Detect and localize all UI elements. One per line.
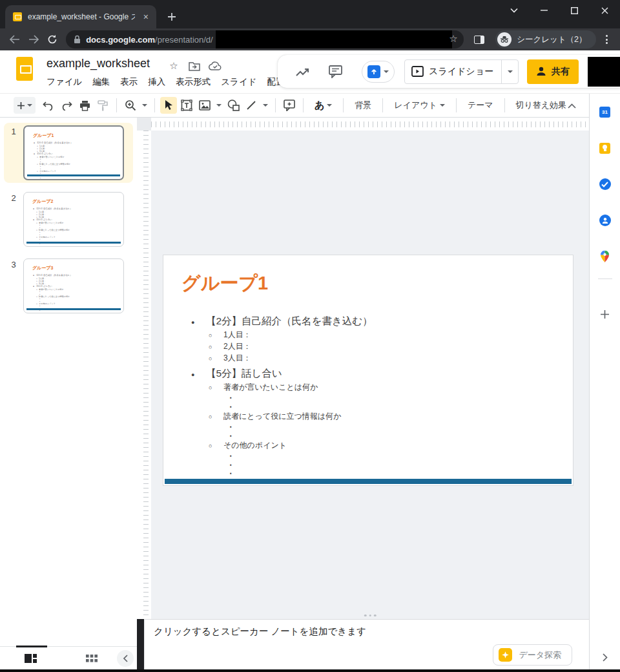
menu-edit[interactable]: 編集: [87, 74, 115, 90]
slideshow-button[interactable]: スライドショー: [404, 59, 519, 84]
slideshow-dropdown-caret[interactable]: [501, 60, 518, 83]
zoom-caret-icon[interactable]: [142, 104, 147, 107]
browser-tab[interactable]: example_worksheet - Google スラ ×: [5, 5, 156, 28]
window-minimize-button[interactable]: [529, 0, 559, 21]
cloud-saved-icon[interactable]: [208, 59, 222, 73]
tab-search-chevron-icon[interactable]: [499, 0, 529, 21]
bullet-text: 著者が言いたいことは何か: [39, 222, 64, 224]
maps-icon[interactable]: [599, 250, 612, 263]
zoom-button[interactable]: [122, 97, 139, 114]
speaker-notes-panel[interactable]: クリックするとスピーカー ノートを追加できます データ探索: [144, 619, 589, 669]
document-title[interactable]: example_worksheet: [46, 57, 150, 70]
new-slide-button[interactable]: [14, 97, 36, 114]
collapse-filmstrip-button[interactable]: [117, 650, 134, 667]
comments-icon[interactable]: [329, 64, 343, 79]
contacts-icon[interactable]: [599, 214, 612, 227]
tab-close-icon[interactable]: ×: [141, 11, 151, 23]
ime-label: あ: [315, 100, 324, 112]
paint-format-button[interactable]: [94, 97, 111, 114]
bullet-marker-icon: ○: [209, 330, 223, 341]
keep-icon[interactable]: [599, 142, 612, 154]
slide-thumbnail-2[interactable]: 2 グループ2 ●【2分】自己紹介（氏名を書き込む）○1人目：○2人目：○3人目…: [4, 189, 133, 249]
slide-title[interactable]: グループ1: [181, 271, 268, 297]
slide-thumbnail-3[interactable]: 3 グループ3 ●【2分】自己紹介（氏名を書き込む）○1人目：○2人目：○3人目…: [4, 256, 133, 316]
layout-button[interactable]: レイアウト: [388, 100, 451, 111]
line-caret-icon[interactable]: [263, 104, 268, 107]
plus-icon: [17, 101, 25, 110]
hide-side-panel-button[interactable]: [603, 653, 608, 662]
background-button[interactable]: 背景: [348, 100, 378, 111]
calendar-icon[interactable]: 31: [599, 105, 612, 118]
add-addon-button[interactable]: [599, 308, 612, 320]
menu-view[interactable]: 表示: [115, 74, 143, 90]
bullet-marker-icon: ▪: [230, 452, 238, 461]
slide-canvas[interactable]: グループ1 ●【2分】自己紹介（氏名を書き込む）○1人目：○2人目：○3人目：●…: [151, 131, 589, 619]
slide-body[interactable]: ●【2分】自己紹介（氏名を書き込む）○1人目：○2人目：○3人目：●【5分】話し…: [163, 312, 560, 478]
bullet-line-level-1: ●【5分】話し合い: [163, 366, 560, 382]
redo-button[interactable]: [58, 97, 75, 114]
notes-resize-handle[interactable]: [364, 614, 377, 617]
slide-thumbnail-1[interactable]: 1 グループ1 ●【2分】自己紹介（氏名を書き込む）○1人目：○2人目：○3人目…: [4, 123, 133, 183]
insert-comment-button[interactable]: [281, 97, 298, 114]
bookmark-star-icon[interactable]: ☆: [449, 33, 457, 45]
window-maximize-button[interactable]: [559, 0, 590, 21]
bullet-text: 【2分】自己紹介（氏名を書き込む）: [206, 314, 373, 328]
slide-accent-bar: [165, 479, 572, 484]
insert-line-button[interactable]: [243, 97, 260, 114]
image-caret-icon[interactable]: [216, 104, 222, 107]
thumbnail-accent-bar: [27, 174, 120, 176]
lock-icon: [74, 35, 81, 44]
insert-image-button[interactable]: [196, 97, 213, 114]
hide-menus-button[interactable]: [563, 98, 580, 114]
activity-trend-icon[interactable]: [296, 64, 310, 79]
bullet-text: 1人目：: [223, 330, 251, 341]
user-avatar[interactable]: [588, 57, 620, 87]
menu-format[interactable]: 表示形式: [170, 74, 216, 90]
input-tools-button[interactable]: あ: [308, 100, 338, 112]
filmstrip-view-button[interactable]: [25, 654, 37, 663]
url-host: docs.google.com: [86, 35, 155, 45]
back-button[interactable]: [5, 30, 24, 48]
share-label: 共有: [552, 66, 570, 78]
slide-page[interactable]: グループ1 ●【2分】自己紹介（氏名を書き込む）○1人目：○2人目：○3人目：●…: [163, 255, 574, 486]
star-document-icon[interactable]: ☆: [167, 59, 181, 73]
undo-button[interactable]: [40, 97, 57, 114]
speaker-notes-placeholder[interactable]: クリックするとスピーカー ノートを追加できます: [154, 625, 366, 638]
menu-slide[interactable]: スライド: [216, 74, 262, 90]
theme-button[interactable]: テーマ: [461, 100, 500, 111]
thumbnail-canvas[interactable]: グループ1 ●【2分】自己紹介（氏名を書き込む）○1人目：○2人目：○3人目：●…: [23, 125, 124, 180]
bullet-marker-icon: ▪: [230, 423, 238, 432]
move-to-folder-icon[interactable]: [187, 59, 202, 73]
print-button[interactable]: [76, 97, 93, 114]
reload-button[interactable]: [43, 30, 62, 48]
header-actions: スライドショー 共有: [278, 55, 620, 88]
bullet-marker-icon: ●: [34, 142, 35, 145]
bullet-text: その他のポイント: [39, 302, 56, 305]
present-dropdown-caret-icon[interactable]: [384, 70, 389, 73]
bullet-text: 著者が言いたいことは何か: [39, 156, 65, 158]
select-tool-button[interactable]: [160, 97, 177, 114]
new-slide-caret-icon[interactable]: [27, 104, 32, 107]
present-button[interactable]: [362, 61, 395, 83]
bullet-marker-icon: ●: [191, 315, 206, 330]
incognito-badge[interactable]: シークレット（2）: [495, 30, 595, 48]
browser-menu-button[interactable]: [599, 30, 615, 48]
tasks-icon[interactable]: [599, 178, 612, 191]
explore-button[interactable]: データ探索: [493, 644, 572, 666]
text-box-button[interactable]: [178, 97, 195, 114]
window-close-button[interactable]: [590, 0, 620, 21]
thumbnail-canvas[interactable]: グループ2 ●【2分】自己紹介（氏名を書き込む）○1人目：○2人目：○3人目：●…: [23, 192, 124, 247]
share-button[interactable]: 共有: [527, 59, 579, 84]
menu-file[interactable]: ファイル: [41, 74, 87, 90]
insert-shape-button[interactable]: [225, 97, 242, 114]
side-panel-button[interactable]: [469, 30, 490, 48]
forward-button[interactable]: [24, 30, 43, 48]
slide-number: 2: [4, 192, 23, 247]
slides-logo-icon[interactable]: [16, 57, 33, 81]
grid-view-button[interactable]: [86, 655, 98, 662]
address-bar[interactable]: docs.google.com/presentation/d/ ☆: [66, 30, 464, 48]
new-tab-button[interactable]: [164, 9, 180, 25]
bullet-marker-icon: ▪: [40, 177, 41, 179]
thumbnail-canvas[interactable]: グループ3 ●【2分】自己紹介（氏名を書き込む）○1人目：○2人目：○3人目：●…: [23, 258, 124, 313]
menu-insert[interactable]: 挿入: [143, 74, 170, 90]
